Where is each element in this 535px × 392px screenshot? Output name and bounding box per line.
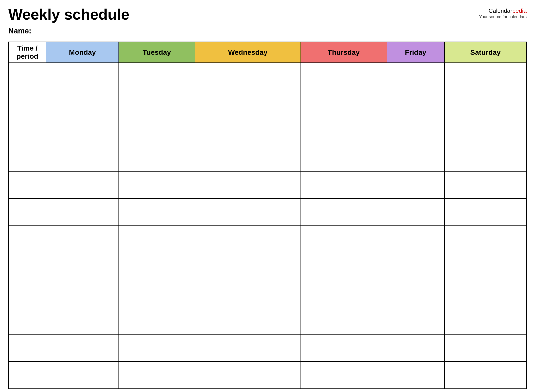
- table-cell[interactable]: [119, 307, 195, 334]
- table-cell[interactable]: [387, 199, 445, 226]
- table-row: [9, 117, 526, 144]
- title-section: Weekly schedule Name:: [8, 6, 479, 35]
- table-row: [9, 144, 526, 171]
- table-cell[interactable]: [387, 361, 445, 389]
- table-cell[interactable]: [301, 334, 387, 361]
- table-cell[interactable]: [387, 117, 445, 144]
- table-cell[interactable]: [445, 361, 526, 389]
- table-cell[interactable]: [9, 63, 46, 90]
- table-cell[interactable]: [195, 199, 301, 226]
- table-cell[interactable]: [119, 90, 195, 117]
- table-cell[interactable]: [387, 63, 445, 90]
- table-row: [9, 280, 526, 307]
- table-cell[interactable]: [9, 144, 46, 171]
- table-row: [9, 334, 526, 361]
- logo-section: Calendarpedia Your source for calendars: [479, 6, 527, 19]
- table-cell[interactable]: [9, 253, 46, 280]
- table-cell[interactable]: [387, 280, 445, 307]
- col-header-monday: Monday: [46, 42, 119, 63]
- table-cell[interactable]: [195, 90, 301, 117]
- table-cell[interactable]: [195, 117, 301, 144]
- table-cell[interactable]: [445, 280, 526, 307]
- table-cell[interactable]: [9, 90, 46, 117]
- table-cell[interactable]: [445, 199, 526, 226]
- table-cell[interactable]: [9, 334, 46, 361]
- table-cell[interactable]: [46, 307, 119, 334]
- table-cell[interactable]: [9, 226, 46, 253]
- table-cell[interactable]: [445, 63, 526, 90]
- table-cell[interactable]: [9, 171, 46, 199]
- table-cell[interactable]: [46, 199, 119, 226]
- table-cell[interactable]: [301, 144, 387, 171]
- table-cell[interactable]: [46, 253, 119, 280]
- table-cell[interactable]: [387, 171, 445, 199]
- table-cell[interactable]: [445, 117, 526, 144]
- table-cell[interactable]: [445, 253, 526, 280]
- table-cell[interactable]: [301, 63, 387, 90]
- table-cell[interactable]: [387, 307, 445, 334]
- table-cell[interactable]: [46, 226, 119, 253]
- table-cell[interactable]: [46, 117, 119, 144]
- table-cell[interactable]: [9, 117, 46, 144]
- table-cell[interactable]: [46, 280, 119, 307]
- table-cell[interactable]: [119, 199, 195, 226]
- table-cell[interactable]: [46, 171, 119, 199]
- table-cell[interactable]: [119, 226, 195, 253]
- table-cell[interactable]: [445, 334, 526, 361]
- table-cell[interactable]: [301, 307, 387, 334]
- table-cell[interactable]: [195, 63, 301, 90]
- table-cell[interactable]: [301, 253, 387, 280]
- table-cell[interactable]: [46, 144, 119, 171]
- table-cell[interactable]: [445, 307, 526, 334]
- table-cell[interactable]: [445, 90, 526, 117]
- table-cell[interactable]: [9, 280, 46, 307]
- table-cell[interactable]: [195, 334, 301, 361]
- table-cell[interactable]: [387, 144, 445, 171]
- table-cell[interactable]: [46, 63, 119, 90]
- table-cell[interactable]: [119, 63, 195, 90]
- col-header-thursday: Thursday: [301, 42, 387, 63]
- table-cell[interactable]: [195, 171, 301, 199]
- table-cell[interactable]: [195, 361, 301, 389]
- col-header-saturday: Saturday: [445, 42, 526, 63]
- col-header-tuesday: Tuesday: [119, 42, 195, 63]
- table-cell[interactable]: [301, 361, 387, 389]
- table-cell[interactable]: [195, 280, 301, 307]
- table-cell[interactable]: [195, 307, 301, 334]
- table-cell[interactable]: [46, 334, 119, 361]
- table-cell[interactable]: [195, 253, 301, 280]
- table-cell[interactable]: [9, 199, 46, 226]
- table-cell[interactable]: [119, 253, 195, 280]
- table-row: [9, 226, 526, 253]
- table-cell[interactable]: [9, 307, 46, 334]
- logo-subtitle: Your source for calendars: [479, 14, 527, 19]
- table-cell[interactable]: [445, 144, 526, 171]
- table-cell[interactable]: [301, 280, 387, 307]
- header-row: Time / period Monday Tuesday Wednesday T…: [9, 42, 526, 63]
- schedule-table: Time / period Monday Tuesday Wednesday T…: [8, 42, 527, 389]
- table-cell[interactable]: [387, 253, 445, 280]
- table-cell[interactable]: [445, 226, 526, 253]
- table-cell[interactable]: [387, 334, 445, 361]
- table-cell[interactable]: [9, 361, 46, 389]
- table-cell[interactable]: [119, 280, 195, 307]
- table-cell[interactable]: [195, 144, 301, 171]
- table-cell[interactable]: [119, 334, 195, 361]
- table-cell[interactable]: [46, 90, 119, 117]
- table-cell[interactable]: [387, 90, 445, 117]
- table-cell[interactable]: [119, 361, 195, 389]
- table-cell[interactable]: [46, 361, 119, 389]
- table-cell[interactable]: [195, 226, 301, 253]
- table-cell[interactable]: [119, 171, 195, 199]
- table-cell[interactable]: [301, 226, 387, 253]
- table-cell[interactable]: [301, 117, 387, 144]
- table-cell[interactable]: [301, 199, 387, 226]
- table-cell[interactable]: [387, 226, 445, 253]
- logo-text: Calendarpedia: [479, 7, 527, 14]
- table-cell[interactable]: [301, 171, 387, 199]
- table-cell[interactable]: [119, 144, 195, 171]
- table-row: [9, 90, 526, 117]
- table-cell[interactable]: [119, 117, 195, 144]
- table-cell[interactable]: [445, 171, 526, 199]
- table-cell[interactable]: [301, 90, 387, 117]
